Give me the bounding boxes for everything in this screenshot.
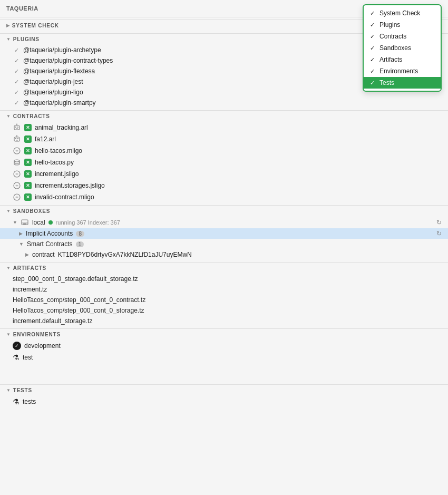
app-title-text: TAQUERIA [6, 5, 38, 12]
contract-expand-icon: ▶ [25, 252, 29, 257]
svg-rect-7 [15, 138, 16, 139]
smart-contracts-expand-icon: ▼ [19, 241, 24, 247]
status-badge: ✕ [24, 147, 32, 154]
sandboxes-section[interactable]: ▼ SANDBOXES [0, 206, 448, 217]
list-item[interactable]: ✕ animal_tracking.arl [0, 122, 448, 133]
check-icon: ✓ [13, 68, 20, 75]
implicit-accounts-row[interactable]: ▶ Implicit Accounts 8 ↻ [0, 228, 448, 239]
plugin-name: @taqueria/plugin-ligo [23, 89, 83, 96]
robot-icon [13, 135, 21, 143]
list-item[interactable]: ✕ hello-tacos.py [0, 157, 448, 168]
plugin-name: @taqueria/plugin-jest [23, 78, 83, 85]
flask-icon: ⚗ [13, 353, 20, 362]
refresh-icon[interactable]: ↻ [436, 219, 442, 226]
dropdown-item-artifacts[interactable]: ✓ Artifacts [364, 54, 441, 65]
circle-icon [13, 193, 21, 201]
check-icon: ✓ [13, 79, 20, 85]
dropdown-item-contracts[interactable]: ✓ Contracts [364, 31, 441, 42]
list-item[interactable]: ✕ invalid-contract.mligo [0, 191, 448, 203]
dropdown-item-label: Tests [379, 79, 394, 86]
dropdown-check-icon: ✓ [370, 68, 376, 75]
environment-check-icon: ✓ [13, 342, 21, 350]
test-name: tests [23, 398, 36, 405]
circle-icon [13, 147, 21, 155]
contract-address-row[interactable]: ▶ contract KT1D8PYD6drtyvGxA7kkNZLfD1aJU… [0, 249, 448, 260]
list-item[interactable]: ✓ development [0, 340, 448, 352]
list-item[interactable]: ⚗ test [0, 352, 448, 363]
artifact-name: HelloTacos_comp/step_000_cont_0_contract… [13, 296, 145, 304]
environments-section[interactable]: ▼ ENVIRONMENTS [0, 329, 448, 340]
status-dot [48, 220, 53, 225]
sandbox-status: running 367 Indexer: 367 [56, 219, 120, 226]
svg-rect-8 [17, 138, 18, 139]
sandbox-expand-icon: ▼ [13, 220, 17, 225]
dropdown-check-icon: ✓ [370, 45, 376, 52]
list-item[interactable]: HelloTacos_comp/step_000_cont_0_storage.… [0, 305, 448, 316]
list-item[interactable]: increment.default_storage.tz [0, 316, 448, 326]
dropdown-item-tests[interactable]: ✓ Tests [364, 77, 441, 89]
stack-icon [13, 158, 21, 167]
environments-label: ENVIRONMENTS [13, 332, 61, 337]
implicit-accounts-expand-icon: ▶ [19, 231, 23, 236]
tests-chevron: ▼ [6, 388, 11, 393]
svg-point-13 [14, 160, 20, 162]
list-item[interactable]: HelloTacos_comp/step_000_cont_0_contract… [0, 295, 448, 305]
contracts-section[interactable]: ▼ CONTRACTS [0, 111, 448, 122]
dropdown-item-plugins[interactable]: ✓ Plugins [364, 19, 441, 31]
tests-label: TESTS [13, 387, 32, 393]
svg-rect-0 [14, 125, 20, 130]
artifacts-label: ARTIFACTS [13, 265, 46, 271]
dropdown-item-sandboxes[interactable]: ✓ Sandboxes [364, 42, 441, 54]
list-item[interactable]: step_000_cont_0_storage.default_storage.… [0, 274, 448, 284]
dropdown-check-icon: ✓ [370, 56, 376, 63]
flask-icon: ⚗ [13, 397, 20, 406]
list-item[interactable]: ✓ @taqueria/plugin-smartpy [0, 98, 448, 108]
list-item[interactable]: ✕ increment.jsligo [0, 168, 448, 180]
list-item[interactable]: ✕ fa12.arl [0, 133, 448, 145]
list-item[interactable]: increment.tz [0, 284, 448, 295]
implicit-accounts-count: 8 [76, 231, 84, 237]
contracts-chevron: ▼ [6, 114, 11, 119]
contract-name: hello-tacos.mligo [35, 147, 82, 154]
smart-contracts-row[interactable]: ▼ Smart Contracts 1 [0, 239, 448, 249]
plugin-name: @taqueria/plugin-flextesa [23, 67, 95, 75]
dropdown-item-environments[interactable]: ✓ Environments [364, 65, 441, 77]
implicit-accounts-refresh-icon[interactable]: ↻ [436, 230, 442, 237]
status-badge: ✕ [24, 182, 32, 189]
sandbox-name: local [32, 219, 45, 226]
svg-point-5 [16, 124, 17, 125]
dropdown-check-icon: ✓ [370, 33, 376, 40]
contract-name: hello-tacos.py [35, 159, 74, 166]
sandboxes-label: SANDBOXES [13, 208, 51, 214]
dropdown-item-label: Plugins [379, 21, 400, 28]
tests-section[interactable]: ▼ TESTS [0, 385, 448, 396]
list-item[interactable]: ⚗ tests [0, 396, 448, 407]
check-icon: ✓ [13, 89, 20, 96]
contract-name: invalid-contract.mligo [35, 193, 94, 201]
contract-name: fa12.arl [35, 135, 56, 143]
svg-rect-1 [15, 127, 16, 128]
system-check-label: SYSTEM CHECK [12, 23, 59, 28]
smart-contracts-count: 1 [76, 241, 84, 247]
contracts-label: CONTRACTS [13, 113, 50, 119]
list-item[interactable]: ✕ hello-tacos.mligo [0, 145, 448, 157]
sidebar: TAQUERIA ··· ▶ SYSTEM CHECK ▼ PLUGINS ✓ … [0, 0, 448, 495]
artifacts-section[interactable]: ▼ ARTIFACTS [0, 263, 448, 274]
circle-icon [13, 170, 21, 178]
environment-name: development [24, 342, 61, 350]
environment-name: test [23, 354, 33, 361]
dropdown-item-system-check[interactable]: ✓ System Check [364, 7, 441, 19]
check-icon: ✓ [13, 57, 20, 64]
circle-icon [13, 181, 21, 190]
plugin-name: @taqueria/plugin-contract-types [23, 57, 113, 64]
list-item[interactable]: ✕ increment.storages.jsligo [0, 180, 448, 191]
dropdown-item-label: System Check [379, 9, 420, 17]
plugin-name: @taqueria/plugin-smartpy [23, 99, 96, 106]
dropdown-check-icon: ✓ [370, 10, 376, 17]
contract-name: increment.storages.jsligo [35, 182, 105, 189]
artifact-name: increment.default_storage.tz [13, 317, 92, 325]
sandbox-type-icon [21, 218, 29, 227]
dropdown-item-label: Contracts [379, 33, 406, 40]
dropdown-item-label: Environments [379, 67, 418, 75]
sandbox-local-row[interactable]: ▼ local running 367 Indexer: 367 ↻ [0, 217, 448, 228]
